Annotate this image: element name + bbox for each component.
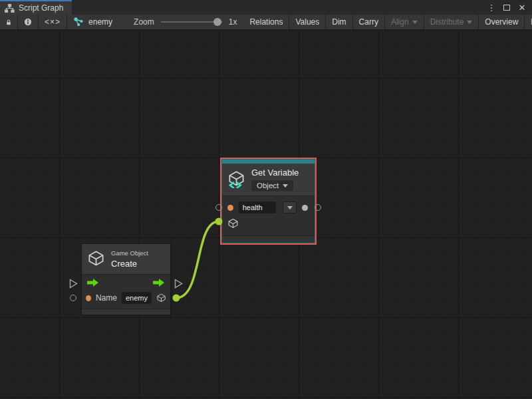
- overview-button[interactable]: Overview: [478, 15, 524, 29]
- node-title: Get Variable: [251, 168, 299, 178]
- game-object-output-port[interactable]: [156, 293, 166, 304]
- lock-button[interactable]: [0, 15, 17, 29]
- node-footer: [222, 235, 315, 243]
- zoom-zone: Zoom 1x: [119, 15, 243, 29]
- values-button[interactable]: Values: [289, 15, 325, 29]
- chevron-down-icon: [287, 206, 293, 209]
- graph-hierarchy-icon: [5, 4, 15, 13]
- create-left-value-port[interactable]: [70, 295, 76, 301]
- maximize-icon[interactable]: [501, 2, 512, 13]
- node-title: Create: [111, 259, 137, 269]
- align-dropdown: Align: [384, 15, 424, 29]
- variable-picker-dropdown[interactable]: [283, 201, 297, 213]
- zoom-value: 1x: [229, 17, 237, 27]
- flow-input-arrow-icon[interactable]: [87, 279, 99, 287]
- graph-canvas[interactable]: Get Variable Object health: [0, 30, 532, 399]
- graph-source-button[interactable]: enemy: [66, 15, 119, 29]
- maximize-glyph: [503, 5, 510, 11]
- chevron-down-icon: [412, 21, 418, 24]
- zoom-slider-handle[interactable]: [213, 18, 221, 26]
- tab-script-graph[interactable]: Script Graph: [0, 0, 72, 15]
- object-input-port[interactable]: [227, 218, 309, 232]
- flow-output-arrow-icon[interactable]: [153, 279, 165, 287]
- graph-source-label: enemy: [88, 17, 112, 27]
- info-icon: [24, 17, 32, 27]
- dim-button[interactable]: Dim: [325, 15, 352, 29]
- variable-name-field[interactable]: health: [239, 201, 276, 213]
- code-button[interactable]: <×>: [38, 15, 66, 29]
- variable-scope-label: Object: [257, 182, 279, 190]
- window-controls: ⋮ ✕: [486, 0, 532, 15]
- toolbar: <×> enemy Zoom 1x Relations Values Dim C…: [0, 15, 532, 30]
- title-bar: Script Graph ⋮ ✕: [0, 0, 532, 15]
- wire-start-dot[interactable]: [173, 295, 180, 302]
- create-body: Name enemy: [82, 275, 170, 309]
- zoom-slider-track: [161, 21, 222, 23]
- get-variable-header: Get Variable Object: [222, 164, 315, 196]
- tab-title: Script Graph: [19, 3, 63, 13]
- toolbar-right-group: Relations Values Dim Carry Align Distrib…: [243, 15, 532, 29]
- align-label: Align: [391, 17, 409, 27]
- zoom-slider[interactable]: [161, 15, 222, 29]
- lock-icon: [6, 18, 11, 27]
- create-right-flow-port[interactable]: [174, 279, 183, 289]
- get-variable-left-outer-port[interactable]: [215, 204, 222, 211]
- chevron-down-icon: [467, 21, 472, 24]
- get-variable-body: health: [222, 196, 315, 235]
- distribute-label: Distribute: [430, 17, 464, 27]
- game-object-cube-icon: [87, 250, 105, 268]
- variable-cube-icon: [227, 170, 245, 188]
- node-footer: [82, 309, 170, 315]
- create-header: Game Object Create: [82, 244, 170, 274]
- relations-button[interactable]: Relations: [243, 15, 289, 29]
- node-get-variable[interactable]: Get Variable Object health: [221, 159, 315, 243]
- fullscreen-button[interactable]: Full Screen: [524, 15, 532, 29]
- variable-scope-dropdown[interactable]: Object: [251, 180, 293, 191]
- info-button[interactable]: [17, 15, 38, 29]
- node-create-game-object[interactable]: Game Object Create Name enemy: [81, 243, 171, 315]
- value-output-port[interactable]: [302, 205, 308, 211]
- get-variable-right-outer-port[interactable]: [315, 204, 321, 211]
- node-category-label: Game Object: [111, 249, 148, 257]
- close-icon[interactable]: ✕: [517, 2, 527, 13]
- kebab-menu-icon[interactable]: ⋮: [486, 2, 497, 13]
- distribute-dropdown: Distribute: [424, 15, 479, 29]
- graph-node-icon: [74, 17, 83, 27]
- create-left-flow-port[interactable]: [69, 279, 78, 289]
- param-label: Name: [96, 293, 117, 303]
- chevron-down-icon: [283, 184, 288, 188]
- carry-button[interactable]: Carry: [352, 15, 384, 29]
- name-input-port[interactable]: [86, 295, 91, 301]
- zoom-label: Zoom: [134, 17, 154, 27]
- variable-name-input-port[interactable]: [227, 205, 233, 211]
- name-field[interactable]: enemy: [122, 292, 152, 304]
